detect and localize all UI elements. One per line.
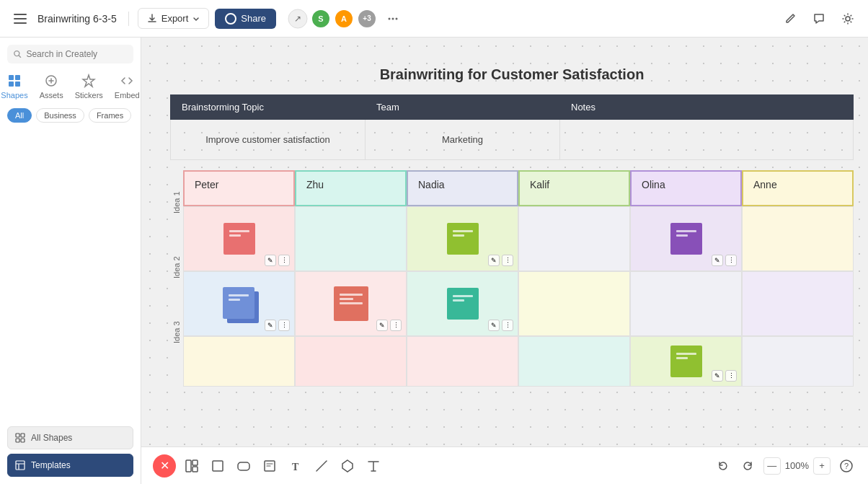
main-layout: Shapes Assets Stickers Embed bbox=[0, 38, 868, 484]
left-panel: Shapes Assets Stickers Embed bbox=[0, 38, 141, 484]
idea-labels: Idea 1 Idea 2 Idea 3 bbox=[170, 170, 183, 430]
filter-all[interactable]: All bbox=[7, 108, 32, 123]
embed-icon bbox=[118, 72, 136, 89]
svg-rect-13 bbox=[21, 434, 25, 437]
header-topic: Brainstorming Topic bbox=[170, 94, 365, 120]
line-tool[interactable] bbox=[311, 456, 332, 476]
more-cell-btn[interactable]: ⋮ bbox=[725, 255, 737, 266]
svg-text:?: ? bbox=[844, 462, 849, 470]
bottom-right: — 100% + ? bbox=[713, 456, 856, 476]
more-cell-btn[interactable]: ⋮ bbox=[502, 255, 513, 266]
sticky-tool[interactable] bbox=[260, 456, 280, 476]
more-cell-btn[interactable]: ⋮ bbox=[502, 320, 513, 331]
svg-rect-8 bbox=[9, 82, 14, 87]
sticky-icon bbox=[262, 459, 277, 473]
more-cell-btn[interactable]: ⋮ bbox=[278, 320, 290, 331]
header-team: Team bbox=[365, 94, 559, 120]
collaboration-icons: ↗ S A +3 bbox=[288, 9, 377, 29]
filter-business[interactable]: Business bbox=[36, 108, 84, 123]
edit-cell-btn[interactable]: ✎ bbox=[712, 370, 723, 382]
name-zhu: Zhu bbox=[295, 170, 407, 206]
globe-icon bbox=[225, 13, 236, 25]
grid-section: Idea 1 Idea 2 Idea 3 Peter Zhu Nadia Kal… bbox=[170, 170, 854, 430]
edit-cell-btn[interactable]: ✎ bbox=[712, 255, 723, 266]
svg-point-4 bbox=[396, 17, 398, 19]
layout-tool[interactable] bbox=[182, 456, 202, 476]
text-tool[interactable]: T bbox=[285, 456, 306, 476]
edit-cell-btn[interactable]: ✎ bbox=[488, 255, 500, 266]
table-info-row: Improve customer satisfaction Marketing bbox=[170, 120, 854, 160]
settings-icon bbox=[841, 12, 854, 25]
redo-button[interactable] bbox=[738, 456, 758, 476]
share-button[interactable]: Share bbox=[215, 9, 276, 29]
search-icon bbox=[13, 49, 22, 59]
export-button[interactable]: Export bbox=[138, 8, 210, 29]
edit-icon-button[interactable] bbox=[779, 7, 802, 30]
grid-icon bbox=[15, 433, 25, 443]
cell-2-1: ✎⋮ bbox=[183, 271, 295, 336]
name-peter: Peter bbox=[183, 170, 295, 206]
filter-frames[interactable]: Frames bbox=[89, 108, 131, 123]
help-button[interactable]: ? bbox=[836, 456, 856, 476]
svg-text:T: T bbox=[292, 462, 299, 472]
grid-content: Peter Zhu Nadia Kalif Olina Anne bbox=[183, 170, 854, 430]
canvas[interactable]: Brainwriting for Customer Satisfaction B… bbox=[141, 38, 868, 484]
cell-3-4 bbox=[518, 336, 630, 387]
comment-icon-button[interactable] bbox=[807, 7, 831, 30]
svg-rect-15 bbox=[21, 439, 25, 442]
hamburger-icon bbox=[14, 14, 27, 24]
svg-point-3 bbox=[392, 17, 394, 19]
edit-cell-btn[interactable]: ✎ bbox=[488, 320, 500, 331]
cell-1-3: ✎⋮ bbox=[407, 206, 518, 271]
name-anne: Anne bbox=[742, 170, 854, 206]
undo-button[interactable] bbox=[713, 456, 733, 476]
note-2-1a bbox=[223, 287, 254, 319]
zoom-out-button[interactable]: — bbox=[763, 457, 781, 475]
edit-cell-btn[interactable]: ✎ bbox=[376, 320, 388, 331]
search-bar[interactable] bbox=[7, 45, 133, 63]
poly-tool[interactable] bbox=[337, 456, 358, 476]
name-nadia: Nadia bbox=[407, 170, 518, 206]
notes-cell bbox=[560, 120, 762, 159]
template-icon bbox=[15, 460, 25, 470]
tab-shapes[interactable]: Shapes bbox=[1, 72, 27, 100]
templates-button[interactable]: Templates bbox=[7, 454, 133, 477]
menu-button[interactable] bbox=[9, 7, 32, 30]
settings-icon-button[interactable] bbox=[836, 7, 859, 30]
more-cell-btn[interactable]: ⋮ bbox=[390, 320, 402, 331]
text2-tool[interactable] bbox=[363, 456, 384, 476]
rect-icon bbox=[211, 459, 225, 473]
more-options-button[interactable] bbox=[383, 9, 403, 29]
tab-assets[interactable]: Assets bbox=[40, 72, 63, 100]
panel-bottom: All Shapes Templates bbox=[7, 426, 133, 477]
tab-embed[interactable]: Embed bbox=[115, 72, 140, 100]
text-icon: T bbox=[288, 459, 303, 473]
more-cell-btn[interactable]: ⋮ bbox=[725, 370, 737, 382]
shape-tool[interactable] bbox=[234, 456, 254, 476]
cell-1-4 bbox=[518, 206, 630, 271]
svg-rect-19 bbox=[192, 467, 198, 472]
rect-tool[interactable] bbox=[208, 456, 228, 476]
edit-cell-btn[interactable]: ✎ bbox=[265, 320, 276, 331]
search-input[interactable] bbox=[26, 49, 128, 59]
more-cell-btn[interactable]: ⋮ bbox=[278, 255, 290, 266]
close-button[interactable]: ✕ bbox=[153, 454, 176, 478]
edit-cell-btn[interactable]: ✎ bbox=[265, 255, 276, 266]
tool-tabs: Shapes Assets Stickers Embed bbox=[7, 69, 133, 102]
idea-row-3: ✎⋮ bbox=[183, 336, 854, 387]
document-title: Brainwriting 6-3-5 bbox=[37, 13, 117, 25]
stickers-icon bbox=[80, 72, 97, 89]
cell-3-1 bbox=[183, 336, 295, 387]
tab-stickers[interactable]: Stickers bbox=[75, 72, 103, 100]
all-shapes-button[interactable]: All Shapes bbox=[7, 426, 133, 449]
cell-1-1: ✎⋮ bbox=[183, 206, 295, 271]
cell-3-6 bbox=[742, 336, 854, 387]
name-row: Peter Zhu Nadia Kalif Olina Anne bbox=[183, 170, 854, 206]
svg-rect-14 bbox=[16, 439, 19, 442]
cell-1-2 bbox=[295, 206, 407, 271]
zoom-in-button[interactable]: + bbox=[813, 457, 831, 475]
svg-text:↗: ↗ bbox=[294, 14, 301, 24]
svg-rect-18 bbox=[192, 460, 198, 465]
export-icon bbox=[147, 14, 157, 24]
line-icon bbox=[314, 459, 329, 473]
